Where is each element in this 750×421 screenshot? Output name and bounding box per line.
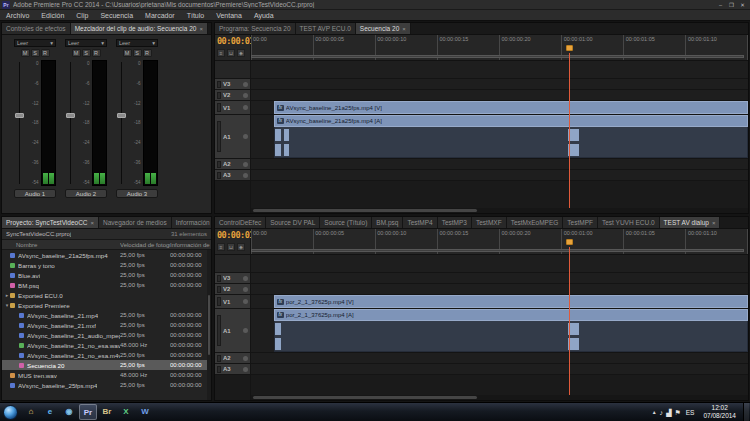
- track-mute-toggle-icon[interactable]: [243, 328, 248, 333]
- channel-name-button[interactable]: Audio 3: [116, 189, 158, 198]
- track-lane[interactable]: fx por_2_1_37625p.mp4 [A]: [251, 309, 748, 352]
- track-lane[interactable]: [251, 353, 748, 363]
- work-area-bar[interactable]: [251, 249, 744, 252]
- automation-mode-dropdown[interactable]: Leer ▾: [116, 39, 158, 47]
- label-color-chip[interactable]: [10, 273, 15, 278]
- project-item-row[interactable]: ▸ Exported ECU.0: [2, 290, 211, 300]
- tab-close-icon[interactable]: ×: [199, 23, 203, 35]
- channel-toggle-button[interactable]: R: [92, 49, 101, 57]
- source-patch[interactable]: [217, 315, 221, 345]
- track-header[interactable]: A1: [215, 309, 251, 352]
- track-output-toggle-icon[interactable]: [243, 287, 248, 292]
- timeline-tool-icon[interactable]: ◈: [237, 49, 245, 57]
- channel-toggle-button[interactable]: R: [143, 49, 152, 57]
- taskbar-app-icon[interactable]: X: [117, 404, 135, 420]
- show-hidden-icons-icon[interactable]: ▲: [652, 409, 657, 415]
- label-color-chip[interactable]: [10, 253, 15, 258]
- project-item-row[interactable]: AVsync_baseline_21.mp4 25,00 fps 00:00:0…: [2, 310, 211, 320]
- channel-name-button[interactable]: Audio 2: [65, 189, 107, 198]
- panel-tab[interactable]: Navegador de medios ×: [99, 217, 172, 228]
- source-patch[interactable]: [217, 121, 221, 151]
- horizontal-scrollbar[interactable]: [251, 208, 748, 213]
- sequence-tab[interactable]: ControlDeEfec ×: [215, 217, 266, 228]
- tab-close-icon[interactable]: ×: [712, 217, 716, 229]
- column-header-name[interactable]: Nombre: [2, 242, 120, 248]
- menu-item[interactable]: Ventana: [210, 10, 248, 21]
- sequence-tab[interactable]: Test YUVH ECU.0 ×: [598, 217, 660, 228]
- project-item-row[interactable]: AVsync_baseline_21_no_esa.wav 48.000 Hz …: [2, 340, 211, 350]
- source-patch[interactable]: [217, 286, 221, 293]
- sequence-tab[interactable]: TestMXF ×: [472, 217, 507, 228]
- track-mute-toggle-icon[interactable]: [243, 367, 248, 372]
- tray-icon[interactable]: ▟: [666, 403, 671, 421]
- playhead-grip[interactable]: [566, 239, 573, 245]
- taskbar-app-icon[interactable]: ⌂: [22, 404, 40, 420]
- volume-fader[interactable]: [15, 60, 24, 186]
- fader-handle[interactable]: [117, 113, 126, 118]
- track-mute-toggle-icon[interactable]: [243, 162, 248, 167]
- project-item-row[interactable]: MUS tren.wav 48.000 Hz 00:00:00:00: [2, 370, 211, 380]
- label-color-chip[interactable]: [10, 303, 15, 308]
- track-lane[interactable]: [251, 364, 748, 374]
- project-item-row[interactable]: AVsync_baseline_25fps.mp4 25,00 fps 00:0…: [2, 380, 211, 390]
- tab-close-icon[interactable]: ×: [402, 23, 406, 35]
- taskbar-app-icon[interactable]: e: [41, 404, 59, 420]
- volume-fader[interactable]: [66, 60, 75, 186]
- taskbar-app-icon[interactable]: Pr: [79, 404, 97, 420]
- panel-tab[interactable]: Mezclador del clip de audio: Secuencia 2…: [71, 23, 208, 34]
- label-color-chip[interactable]: [10, 263, 15, 268]
- source-patch[interactable]: [217, 275, 221, 282]
- source-patch[interactable]: [217, 161, 221, 168]
- track-header[interactable]: V1: [215, 295, 251, 308]
- project-item-row[interactable]: AVsync_baseline_21a25fps.mp4 25,00 fps 0…: [2, 250, 211, 260]
- channel-toggle-button[interactable]: M: [123, 49, 132, 57]
- playhead-grip[interactable]: [566, 45, 573, 51]
- project-item-row[interactable]: BM.psq 25,00 fps 00:00:00:00: [2, 280, 211, 290]
- track-output-toggle-icon[interactable]: [243, 82, 248, 87]
- menu-item[interactable]: Marcador: [139, 10, 181, 21]
- channel-toggle-button[interactable]: S: [31, 49, 40, 57]
- label-color-chip[interactable]: [10, 283, 15, 288]
- video-clip[interactable]: fx AVsync_baseline_21a25fps.mp4 [V]: [274, 101, 748, 114]
- timeline-tool-icon[interactable]: ◈: [237, 243, 245, 251]
- volume-fader[interactable]: [117, 60, 126, 186]
- audio-clip[interactable]: fx AVsync_baseline_21a25fps.mp4 [A]: [274, 115, 748, 158]
- panel-tab[interactable]: Proyecto: SyncTestVideoCC ×: [2, 217, 99, 228]
- track-lane[interactable]: fx AVsync_baseline_21a25fps.mp4 [A]: [251, 115, 748, 158]
- track-mute-toggle-icon[interactable]: [243, 173, 248, 178]
- label-color-chip[interactable]: [10, 383, 15, 388]
- panel-tab[interactable]: Información ×: [172, 217, 211, 228]
- sequence-tab[interactable]: TestMPF ×: [563, 217, 598, 228]
- label-color-chip[interactable]: [19, 313, 24, 318]
- timeline-tool-icon[interactable]: ≡: [217, 243, 225, 251]
- track-header[interactable]: V1: [215, 101, 251, 114]
- start-button[interactable]: [3, 405, 18, 420]
- sequence-tab[interactable]: BM.psq ×: [372, 217, 403, 228]
- channel-toggle-button[interactable]: S: [82, 49, 91, 57]
- track-lane[interactable]: fx por_2_1_37625p.mp4 [V]: [251, 295, 748, 308]
- maximize-icon[interactable]: ❐: [726, 1, 737, 9]
- menu-item[interactable]: Edición: [35, 10, 70, 21]
- language-indicator[interactable]: ES: [684, 409, 697, 416]
- track-output-toggle-icon[interactable]: [243, 299, 248, 304]
- label-color-chip[interactable]: [10, 293, 15, 298]
- fader-handle[interactable]: [15, 113, 24, 118]
- timeline-tool-icon[interactable]: ⊔: [227, 243, 235, 251]
- track-mute-toggle-icon[interactable]: [243, 134, 248, 139]
- scrollbar-handle[interactable]: [253, 209, 477, 212]
- channel-toggle-button[interactable]: R: [41, 49, 50, 57]
- fader-handle[interactable]: [66, 113, 75, 118]
- label-color-chip[interactable]: [19, 323, 24, 328]
- empty-lane[interactable]: [251, 255, 748, 272]
- track-header[interactable]: A1: [215, 115, 251, 158]
- column-header-rate[interactable]: Velocidad de fotogramas: [120, 242, 170, 248]
- time-ruler[interactable]: 00:0000:00:00:0500:00:00:1000:00:00:1500…: [251, 229, 748, 254]
- track-header[interactable]: A2: [215, 353, 251, 363]
- minimize-icon[interactable]: –: [715, 1, 726, 9]
- sequence-tab[interactable]: TestMP3 ×: [438, 217, 472, 228]
- track-header[interactable]: A3: [215, 170, 251, 180]
- track-header[interactable]: A3: [215, 364, 251, 374]
- source-patch[interactable]: [217, 297, 221, 306]
- automation-mode-dropdown[interactable]: Leer ▾: [65, 39, 107, 47]
- video-clip[interactable]: fx por_2_1_37625p.mp4 [V]: [274, 295, 748, 308]
